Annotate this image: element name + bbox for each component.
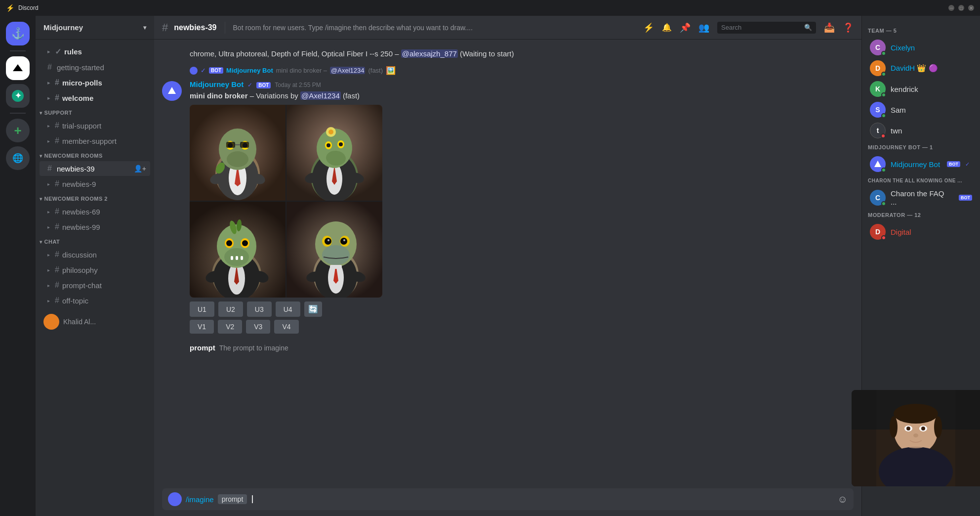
channel-item-newbies-99[interactable]: ▸ # newbies-99 xyxy=(40,219,150,234)
pin-icon[interactable]: 📌 xyxy=(680,22,691,33)
window-controls[interactable]: ─ □ ✕ xyxy=(948,5,974,11)
member-item-midjourney-bot[interactable]: Midjourney Bot BOT ✓ xyxy=(868,154,974,174)
image-cell-3[interactable] xyxy=(190,202,286,298)
channel-label: trial-support xyxy=(62,122,101,130)
image-cell-4[interactable] xyxy=(286,202,382,298)
server-icon-midjourney[interactable] xyxy=(6,56,30,80)
channel-item-trial-support[interactable]: ▸ # trial-support xyxy=(40,118,150,133)
member-item-charon[interactable]: C Charon the FAQ ... BOT xyxy=(868,187,974,208)
explore-button[interactable]: 🌐 xyxy=(6,146,30,170)
header-divider xyxy=(225,22,225,34)
channel-item-philosophy[interactable]: ▸ # philosophy xyxy=(40,262,150,277)
category-support[interactable]: ▾ SUPPORT xyxy=(36,106,154,118)
help-icon[interactable]: ❓ xyxy=(843,22,854,33)
member-avatar-cixelyn: C xyxy=(870,40,886,55)
category-chevron: ▾ xyxy=(40,239,42,245)
u4-button[interactable]: U4 xyxy=(276,301,300,317)
image-icon: 🖼️ xyxy=(386,66,396,75)
close-button[interactable]: ✕ xyxy=(968,5,974,11)
v1-button[interactable]: V1 xyxy=(190,320,214,334)
speed-text: (fast) xyxy=(343,91,360,100)
notification-icon[interactable]: 🔔 xyxy=(662,23,672,32)
channel-item-prompt-chat[interactable]: ▸ # prompt-chat xyxy=(40,278,150,293)
svg-point-75 xyxy=(934,416,942,438)
member-item-twn[interactable]: t twn xyxy=(868,121,974,140)
v2-button[interactable]: V2 xyxy=(218,320,242,334)
message-author: Midjourney Bot xyxy=(190,80,244,88)
search-bar[interactable]: Search 🔍 xyxy=(717,22,816,34)
channel-item-off-topic[interactable]: ▸ # off-topic xyxy=(40,293,150,308)
channel-item-newbies-39[interactable]: # newbies-39 👤+ xyxy=(40,161,150,176)
refresh-button[interactable]: 🔄 xyxy=(304,301,322,317)
channel-item-welcome[interactable]: ▸ # welcome xyxy=(40,90,150,105)
u1-button[interactable]: U1 xyxy=(190,301,214,317)
channel-item-getting-started[interactable]: # getting-started xyxy=(40,60,150,75)
svg-point-60 xyxy=(325,238,331,245)
category-chat[interactable]: ▾ CHAT xyxy=(36,235,154,247)
svg-point-8 xyxy=(227,151,248,167)
server-icon-discord[interactable]: ⚓ xyxy=(6,22,30,45)
channel-label: newbies-99 xyxy=(62,223,100,231)
member-name-twn: twn xyxy=(891,127,902,135)
v3-button[interactable]: V3 xyxy=(246,320,270,334)
hash-icon: ✓ xyxy=(55,47,61,56)
thread-icon[interactable]: ⚡ xyxy=(643,22,654,33)
member-avatar-twn: t xyxy=(870,123,886,138)
maximize-button[interactable]: □ xyxy=(958,5,964,11)
prompt-title: mini dino broker xyxy=(190,91,248,100)
u3-button[interactable]: U3 xyxy=(247,301,272,317)
mention-alexsajzh[interactable]: @alexsajzh_877 xyxy=(401,49,458,58)
expand-icon: ▸ xyxy=(47,80,50,86)
member-item-sam[interactable]: S Sam xyxy=(868,100,974,120)
prompt-hint: prompt The prompt to imagine xyxy=(154,340,861,356)
titlebar: ⚡ Discord ─ □ ✕ xyxy=(0,0,980,16)
add-server-button[interactable]: + xyxy=(6,119,30,142)
hash-icon: # xyxy=(55,136,59,145)
minimize-button[interactable]: ─ xyxy=(948,5,954,11)
category-label: SUPPORT xyxy=(44,110,73,116)
action-text: – Variations by xyxy=(250,91,300,100)
mention-axel[interactable]: @Axel1234 xyxy=(300,91,341,100)
inbox-icon[interactable]: 📥 xyxy=(824,22,835,33)
input-container[interactable]: /imagine prompt ☺ xyxy=(162,488,854,510)
verified-badge: ✓ xyxy=(247,82,252,88)
emoji-button[interactable]: ☺ xyxy=(838,494,848,505)
v4-button[interactable]: V4 xyxy=(274,320,298,334)
add-member-icon[interactable]: 👤+ xyxy=(134,165,146,172)
member-item-davidh[interactable]: D DavidH 👑 🟣 xyxy=(868,58,974,78)
member-item-cixelyn[interactable]: C Cixelyn xyxy=(868,38,974,57)
u2-button[interactable]: U2 xyxy=(218,301,243,317)
category-newcomer-rooms-2[interactable]: ▾ NEWCOMER ROOMS 2 xyxy=(36,192,154,204)
channel-item-newbies-9[interactable]: ▸ # newbies-9 xyxy=(40,176,150,191)
expand-icon: ▸ xyxy=(47,252,50,258)
channel-item-rules[interactable]: ▸ ✓ rules xyxy=(40,44,150,59)
category-newcomer-rooms[interactable]: ▾ NEWCOMER ROOMS xyxy=(36,149,154,161)
image-cell-2[interactable] xyxy=(286,105,382,201)
message-header: Midjourney Bot ✓ BOT Today at 2:55 PM xyxy=(190,80,854,88)
channel-item-newbies-69[interactable]: ▸ # newbies-69 xyxy=(40,204,150,219)
bot-action-inline: mini dino broker – xyxy=(276,67,327,74)
channel-list: Midjourney ▾ ▸ ✓ rules # getting-started… xyxy=(36,16,154,516)
bot-inline-header: ✓ BOT Midjourney Bot mini dino broker – … xyxy=(154,64,861,77)
member-name-midjourney-bot: Midjourney Bot xyxy=(891,160,940,169)
member-item-digital[interactable]: D Digital xyxy=(868,222,974,242)
server-name: Midjourney xyxy=(43,23,83,32)
server-list: ⚓ ✦ + 🌐 xyxy=(0,16,36,516)
image-cell-1[interactable] xyxy=(190,105,286,201)
member-avatar-sam: S xyxy=(870,102,886,118)
message-content: Midjourney Bot ✓ BOT Today at 2:55 PM mi… xyxy=(190,80,854,334)
hash-icon: # xyxy=(47,63,52,72)
channel-item-discussion[interactable]: ▸ # discussion xyxy=(40,247,150,262)
channel-label: newbies-69 xyxy=(62,208,100,216)
svg-point-47 xyxy=(226,240,232,246)
mention-axel-inline[interactable]: @Axel1234 xyxy=(330,67,365,74)
speed-inline: (fast) xyxy=(368,67,383,74)
expand-icon: ▸ xyxy=(47,224,50,230)
server-header[interactable]: Midjourney ▾ xyxy=(36,16,154,40)
channel-item-member-support[interactable]: ▸ # member-support xyxy=(40,133,150,148)
server-icon-openai[interactable]: ✦ xyxy=(6,84,30,108)
members-icon[interactable]: 👥 xyxy=(698,22,709,33)
member-avatar-bottom xyxy=(43,314,59,330)
member-item-kendrick[interactable]: K kendrick xyxy=(868,79,974,99)
channel-item-micro-polls[interactable]: ▸ # micro-polls xyxy=(40,75,150,90)
